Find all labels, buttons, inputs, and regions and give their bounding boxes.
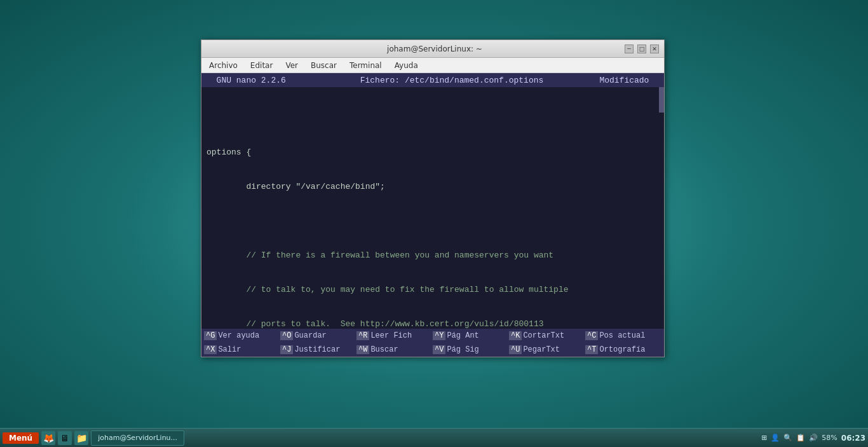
line-3: directory "/var/cache/bind"; [207,181,659,193]
scrollbar-thumb[interactable] [659,87,664,113]
line-6: // to talk to, you may need to fix the f… [207,284,659,296]
taskbar-icon-sound[interactable]: 🔊 [809,434,818,442]
footer-cmd-prevpage: ^Y Pág Ant [430,329,506,343]
taskbar-time: 06:23 [841,434,865,443]
taskbar-menu-button[interactable]: Menú [3,432,39,444]
menu-archivo[interactable]: Archivo [204,60,243,71]
footer-cmd-justify: ^J Justificar [278,343,354,357]
menu-ver[interactable]: Ver [280,60,303,71]
taskbar-icon-windows[interactable]: ⊞ [761,434,767,442]
key-cc: ^C [585,331,598,340]
footer-cmd-cut: ^K CortarTxt [506,329,583,343]
label-read: Leer Fich [370,331,412,340]
scrollbar[interactable] [659,87,664,329]
key-cv: ^V [433,345,445,354]
taskbar-battery: 58% [822,434,837,442]
taskbar-app-label: joham@ServidorLinu... [98,434,177,442]
taskbar-app-terminal[interactable]: joham@ServidorLinu... [91,430,184,446]
label-pos: Pos actual [599,331,645,340]
label-exit: Salir [218,345,241,354]
nano-filename: Fichero: /etc/bind/named.conf.options [321,76,583,85]
footer-cmd-save: ^O Guardar [278,329,354,343]
footer-cmd-read: ^R Leer Fich [354,329,430,343]
minimize-button[interactable]: ─ [625,45,634,53]
label-help: Ver ayuda [218,331,259,340]
footer-row-1: ^G Ver ayuda ^O Guardar ^R Leer Fich ^Y … [201,329,664,343]
footer-cmd-pos: ^C Pos actual [583,329,659,343]
line-7: // ports to talk. See http://www.kb.cert… [207,319,659,329]
title-bar: joham@ServidorLinux: ~ ─ □ ✕ [201,40,664,58]
line-4 [207,216,659,227]
key-cj: ^J [280,345,293,354]
label-nextpage: Pág Sig [447,345,478,354]
label-search: Buscar [370,345,398,354]
taskbar-icon-files[interactable]: 📁 [74,431,88,445]
key-co: ^O [280,331,293,340]
editor-content: options { directory "/var/cache/bind"; /… [201,90,664,329]
footer-cmd-spell: ^T Ortografía [583,343,659,357]
footer-cmd-paste: ^U PegarTxt [506,343,583,357]
taskbar-icon-clipboard[interactable]: 📋 [796,434,805,442]
taskbar-icon-terminal[interactable]: 🖥 [58,431,72,445]
key-ck: ^K [509,331,522,340]
key-cu: ^U [509,345,522,354]
menu-terminal[interactable]: Terminal [344,60,387,71]
nano-footer: ^G Ver ayuda ^O Guardar ^R Leer Fich ^Y … [201,329,664,357]
key-cg: ^G [204,331,217,340]
taskbar-icon-firefox[interactable]: 🦊 [41,431,55,445]
key-ct: ^T [585,345,598,354]
menu-buscar[interactable]: Buscar [306,60,342,71]
line-2: options { [207,147,659,158]
label-save: Guardar [294,331,326,340]
window-controls: ─ □ ✕ [625,45,659,53]
key-cy: ^Y [433,331,445,340]
label-paste: PegarTxt [523,345,560,354]
footer-cmd-nextpage: ^V Pág Sig [430,343,506,357]
menu-ayuda[interactable]: Ayuda [390,60,423,71]
key-cx: ^X [204,345,217,354]
label-spell: Ortografía [599,345,645,354]
footer-row-2: ^X Salir ^J Justificar ^W Buscar ^V Pág … [201,343,664,357]
label-cut: CortarTxt [523,331,564,340]
taskbar-right: ⊞ 👤 🔍 📋 🔊 58% 06:23 [761,434,865,443]
footer-cmd-search: ^W Buscar [354,343,430,357]
taskbar-icon-network[interactable]: 🔍 [783,434,792,442]
editor-area[interactable]: options { directory "/var/cache/bind"; /… [201,87,664,329]
label-prevpage: Pág Ant [447,331,478,340]
key-cw: ^W [356,345,369,354]
nano-modified: Modificado [583,76,659,85]
line-1 [207,113,659,124]
taskbar-icon-user[interactable]: 👤 [771,434,780,442]
window-title: joham@ServidorLinux: ~ [245,45,625,53]
label-justify: Justificar [294,345,340,354]
terminal-window[interactable]: joham@ServidorLinux: ~ ─ □ ✕ Archivo Edi… [201,39,665,357]
taskbar: Menú 🦊 🖥 📁 joham@ServidorLinu... ⊞ 👤 🔍 📋… [0,428,868,447]
line-5: // If there is a firewall between you an… [207,250,659,261]
key-cr: ^R [356,331,369,340]
nano-version: GNU nano 2.2.6 [207,76,321,85]
nano-header: GNU nano 2.2.6 Fichero: /etc/bind/named.… [201,73,664,87]
footer-cmd-exit: ^X Salir [201,343,278,357]
close-button[interactable]: ✕ [650,45,659,53]
menu-editar[interactable]: Editar [245,60,278,71]
maximize-button[interactable]: □ [637,45,646,53]
footer-cmd-help: ^G Ver ayuda [201,329,278,343]
menu-bar: Archivo Editar Ver Buscar Terminal Ayuda [201,58,664,73]
